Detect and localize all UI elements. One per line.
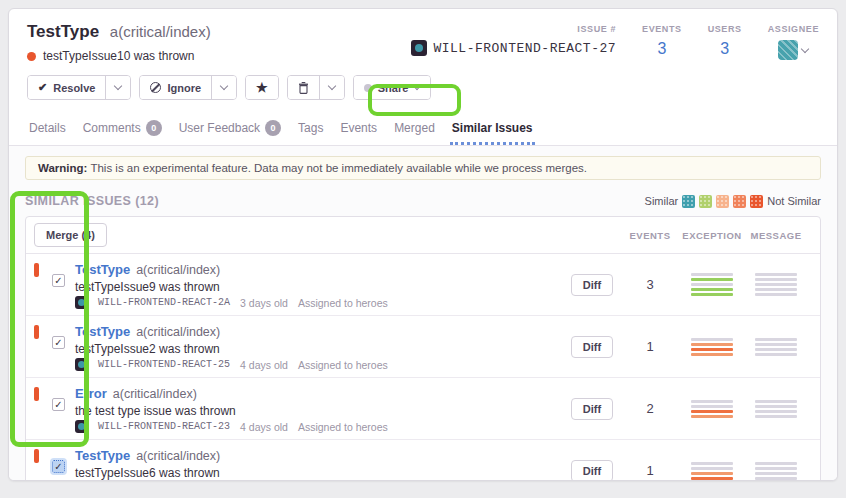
- panel-header: Merge (4) EVENTS EXCEPTION MESSAGE: [26, 217, 820, 254]
- stripe: [691, 283, 733, 286]
- legend-not-similar-label: Not Similar: [767, 195, 821, 207]
- unresolved-dot-icon: [27, 52, 36, 61]
- tab-merged[interactable]: Merged: [392, 114, 437, 145]
- issue-header: TestType a(critical/index) testTypeIssue…: [9, 9, 837, 63]
- tab-tags[interactable]: Tags: [296, 114, 325, 145]
- trash-icon: [298, 82, 309, 94]
- issue-row-main: ✓TestTypea(critical/index)testTypeIssue6…: [26, 446, 564, 481]
- assignee-avatar[interactable]: [778, 40, 798, 60]
- tab-events[interactable]: Events: [338, 114, 379, 145]
- stat-assignee: ASSIGNEE: [768, 24, 819, 60]
- issue-checkbox[interactable]: ✓: [52, 336, 65, 349]
- tab-label: Similar Issues: [452, 121, 533, 135]
- stripe: [691, 343, 733, 346]
- tab-label: Comments: [83, 121, 141, 135]
- delete-dropdown-button[interactable]: [319, 76, 344, 99]
- stripe: [691, 472, 733, 475]
- tab-label: Details: [29, 121, 66, 135]
- issue-row-main: ✓TestTypea(critical/index)testTypeIssue2…: [26, 322, 564, 371]
- issue-assignment: Assigned to heroes: [298, 297, 388, 309]
- diff-button[interactable]: Diff: [571, 460, 613, 482]
- stripe: [691, 348, 733, 351]
- stripe: [691, 293, 733, 296]
- ignore-dropdown-button[interactable]: [211, 76, 236, 99]
- events-cell: 1: [620, 463, 680, 478]
- share-dot-icon: [364, 84, 372, 92]
- issue-row-main: ✓TestTypea(critical/index)testTypeIssue9…: [26, 260, 564, 309]
- events-cell: 2: [620, 401, 680, 416]
- issue-age: 3 days old: [240, 297, 288, 309]
- events-count[interactable]: 3: [642, 40, 682, 58]
- tab-comments[interactable]: Comments0: [81, 114, 164, 145]
- events-count: 1: [646, 463, 653, 478]
- tab-user-feedback[interactable]: User Feedback0: [177, 114, 283, 145]
- check-icon: ✔: [38, 81, 47, 94]
- issue-title-line: TestTypea(critical/index): [75, 446, 388, 464]
- diff-button[interactable]: Diff: [571, 398, 613, 420]
- stripe: [755, 467, 797, 470]
- similar-issue-row: ✓Errora(critical/index)the test type iss…: [26, 377, 820, 439]
- message-similarity-stripes: [755, 273, 797, 296]
- users-count[interactable]: 3: [708, 40, 742, 58]
- merge-button[interactable]: Merge (4): [34, 223, 107, 247]
- similarity-swatch: [750, 195, 763, 208]
- stripe: [691, 467, 733, 470]
- tab-similar-issues[interactable]: Similar Issues: [450, 114, 535, 145]
- stripe: [691, 400, 733, 403]
- issue-text-block: TestTypea(critical/index)testTypeIssue9 …: [75, 260, 388, 309]
- platform-icon: [75, 358, 88, 371]
- diff-button[interactable]: Diff: [571, 274, 613, 296]
- issue-culprit: a(critical/index): [136, 263, 220, 277]
- diff-button[interactable]: Diff: [571, 336, 613, 358]
- issue-checkbox[interactable]: ✓: [52, 398, 65, 411]
- events-count: 2: [646, 401, 653, 416]
- issue-link[interactable]: TestType: [75, 324, 130, 339]
- issue-link[interactable]: TestType: [75, 448, 130, 463]
- users-label: USERS: [708, 24, 742, 34]
- share-button[interactable]: Share: [354, 76, 431, 99]
- issue-link[interactable]: TestType: [75, 262, 130, 277]
- stripe: [691, 338, 733, 341]
- events-cell: 3: [620, 277, 680, 292]
- events-count: 1: [646, 339, 653, 354]
- column-header-events: EVENTS: [620, 230, 680, 241]
- bookmark-button[interactable]: ★: [246, 76, 278, 99]
- events-count: 3: [646, 277, 653, 292]
- assignee-dropdown[interactable]: [768, 40, 819, 60]
- similarity-legend: SimilarNot Similar: [645, 195, 821, 208]
- message-cell: [744, 338, 808, 356]
- error-level-bar: [34, 387, 39, 401]
- stripe: [691, 477, 733, 480]
- message-similarity-stripes: [755, 400, 797, 418]
- stripe: [691, 405, 733, 408]
- stripe: [691, 278, 733, 281]
- action-toolbar: ✔ Resolve Ignore ★: [9, 63, 837, 110]
- resolve-button[interactable]: ✔ Resolve: [28, 76, 105, 99]
- share-label: Share: [378, 82, 409, 94]
- stripe: [755, 288, 797, 291]
- issue-title-line: TestTypea(critical/index): [75, 322, 388, 340]
- stripe: [755, 405, 797, 408]
- column-header-exception: EXCEPTION: [680, 230, 744, 241]
- stripe: [755, 278, 797, 281]
- issue-message: testTypeIssue2 was thrown: [75, 342, 388, 356]
- assignee-label: ASSIGNEE: [768, 24, 819, 34]
- issue-checkbox[interactable]: ✓: [52, 460, 65, 473]
- issue-link[interactable]: Error: [75, 386, 107, 401]
- resolve-dropdown-button[interactable]: [105, 76, 130, 99]
- delete-button[interactable]: [288, 76, 319, 99]
- issue-age: 4 days old: [240, 359, 288, 371]
- issue-meta-line: WILL-FRONTEND-REACT-254 days oldAssigned…: [75, 358, 388, 371]
- ignore-button[interactable]: Ignore: [140, 76, 211, 99]
- issue-rows: ✓TestTypea(critical/index)testTypeIssue9…: [26, 254, 820, 481]
- issue-assignment: Assigned to heroes: [298, 421, 388, 433]
- issue-culprit: a(critical/index): [136, 449, 220, 463]
- stripe: [755, 353, 797, 356]
- issue-title-line: Errora(critical/index): [75, 384, 388, 402]
- chevron-down-icon: [327, 82, 335, 90]
- stripe: [691, 353, 733, 356]
- similarity-swatch: [733, 195, 746, 208]
- tab-details[interactable]: Details: [27, 114, 68, 145]
- issue-checkbox[interactable]: ✓: [52, 274, 65, 287]
- warning-banner: Warning: This is an experimental feature…: [25, 156, 821, 180]
